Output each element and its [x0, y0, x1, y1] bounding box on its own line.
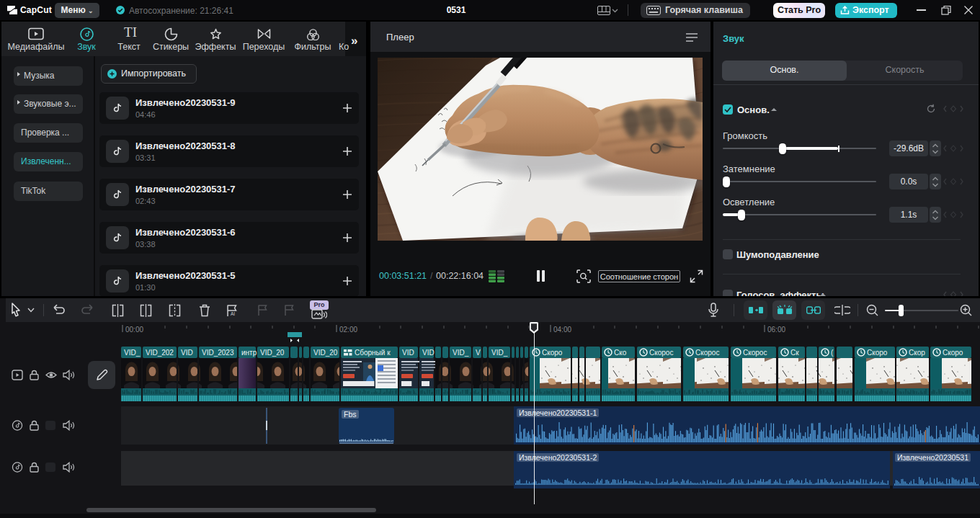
svg-text:Скорос: Скорос	[695, 349, 719, 357]
svg-text:VID_: VID_	[491, 349, 508, 357]
svg-text:Ск: Ск	[790, 349, 799, 357]
svg-text:00:00: 00:00	[125, 326, 143, 334]
svg-text:06:00: 06:00	[767, 326, 785, 334]
svg-text:AI: AI	[231, 311, 235, 316]
svg-text:VID_20: VID_20	[313, 349, 338, 357]
svg-text:VID_: VID_	[124, 349, 141, 357]
svg-text:Скор: Скор	[909, 349, 925, 357]
svg-text:VID: VID	[181, 349, 193, 357]
svg-text:Скоро: Скоро	[867, 349, 888, 357]
svg-text:VID: VID	[422, 349, 435, 357]
svg-text:VID_202: VID_202	[146, 349, 174, 357]
svg-text:Скорос: Скорос	[649, 349, 673, 357]
svg-text:Сборный к: Сборный к	[355, 349, 391, 357]
svg-text:VID_2023: VID_2023	[202, 349, 234, 357]
svg-text:02:00: 02:00	[339, 326, 357, 334]
svg-text:Скорос: Скорос	[743, 349, 767, 357]
svg-text:Скоро: Скоро	[542, 349, 563, 357]
svg-text:04:00: 04:00	[553, 326, 571, 334]
svg-text:VID_: VID_	[453, 349, 469, 357]
svg-text:интр: интр	[241, 349, 257, 357]
svg-text:Ско: Ско	[614, 349, 627, 357]
svg-text:Скоро: Скоро	[943, 349, 963, 357]
svg-text:VID_20: VID_20	[260, 349, 285, 357]
svg-text:V: V	[476, 349, 481, 357]
svg-text:VID: VID	[402, 349, 414, 357]
